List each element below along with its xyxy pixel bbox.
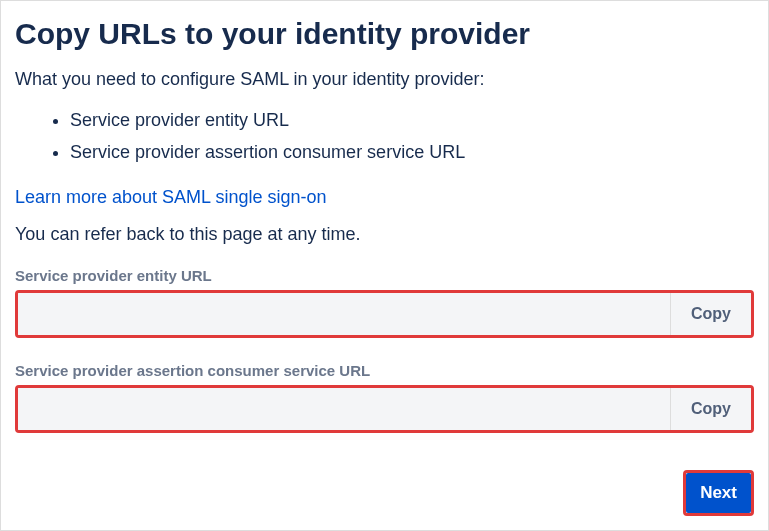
acs-url-input[interactable] [18,388,671,430]
learn-more-link[interactable]: Learn more about SAML single sign-on [15,187,327,208]
next-button[interactable]: Next [686,473,751,513]
copy-entity-button[interactable]: Copy [671,293,751,335]
requirements-list: Service provider entity URL Service prov… [15,104,754,169]
next-button-highlight: Next [683,470,754,516]
saml-config-panel: Copy URLs to your identity provider What… [0,0,769,531]
page-title: Copy URLs to your identity provider [15,17,754,51]
list-item: Service provider entity URL [70,104,754,136]
entity-url-row: Copy [15,290,754,338]
list-item: Service provider assertion consumer serv… [70,136,754,168]
acs-url-row: Copy [15,385,754,433]
intro-text: What you need to configure SAML in your … [15,69,754,90]
acs-url-label: Service provider assertion consumer serv… [15,362,754,379]
entity-url-label: Service provider entity URL [15,267,754,284]
entity-url-input[interactable] [18,293,671,335]
refer-text: You can refer back to this page at any t… [15,224,754,245]
copy-acs-button[interactable]: Copy [671,388,751,430]
